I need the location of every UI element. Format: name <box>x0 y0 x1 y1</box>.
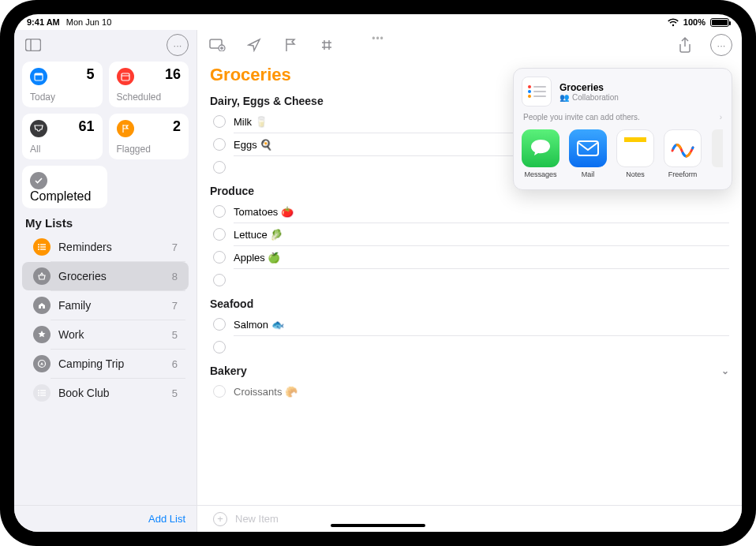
reminder-blank-row[interactable] <box>197 336 742 358</box>
complete-toggle[interactable] <box>213 274 226 286</box>
complete-toggle[interactable] <box>213 138 226 151</box>
chevron-down-icon[interactable]: ⌄ <box>721 365 729 376</box>
sidebar: ··· 5 Today 16 Sch <box>14 30 197 532</box>
section-header[interactable]: Seafood <box>197 291 742 313</box>
list-row-family[interactable]: Family 7 <box>22 291 189 320</box>
complete-toggle[interactable] <box>213 318 226 331</box>
tag-button[interactable] <box>316 34 338 56</box>
share-app-notes[interactable]: Notes <box>616 129 654 178</box>
share-app-freeform[interactable]: Freeform <box>664 129 702 178</box>
reminder-item[interactable]: Tomatoes 🍅 <box>197 200 742 223</box>
reminder-label: Eggs 🍳 <box>234 139 272 151</box>
new-section-button[interactable] <box>207 34 229 56</box>
sidebar-toggle-button[interactable] <box>22 34 44 56</box>
section-heading-label: Produce <box>210 185 254 197</box>
reminder-blank-row[interactable] <box>197 269 742 291</box>
complete-toggle[interactable] <box>213 161 226 174</box>
smartlist-count: 61 <box>78 118 94 135</box>
reminder-item[interactable]: Apples 🍏 <box>197 246 742 268</box>
complete-toggle[interactable] <box>213 115 226 128</box>
smartlist-count: 2 <box>173 118 181 135</box>
complete-toggle[interactable] <box>213 205 226 218</box>
share-app-label: Notes <box>626 170 645 178</box>
list-bullet-icon <box>33 238 51 256</box>
svg-rect-14 <box>40 390 46 391</box>
share-app-more[interactable] <box>711 129 724 178</box>
list-thumbnail-icon <box>522 77 552 107</box>
smart-lists-grid: 5 Today 16 Scheduled 61 <box>14 57 196 159</box>
location-button[interactable] <box>243 34 265 56</box>
add-item-icon[interactable]: + <box>213 512 227 526</box>
share-app-label: Messages <box>524 170 556 178</box>
list-bullet-icon <box>33 384 51 402</box>
flag-button[interactable] <box>279 34 301 56</box>
svg-rect-4 <box>122 73 129 80</box>
reminder-label: Tomatoes 🍅 <box>234 206 294 218</box>
list-row-groceries[interactable]: Groceries 8 <box>22 262 189 290</box>
section-header[interactable]: Bakery ⌄ <box>197 358 742 380</box>
share-button[interactable] <box>674 34 696 56</box>
share-header[interactable]: Groceries 👥Collaboration <box>522 77 724 107</box>
statusbar: 9:41 AM Mon Jun 10 100% <box>14 14 742 30</box>
complete-toggle[interactable] <box>213 251 226 264</box>
house-icon <box>33 297 51 314</box>
share-apps-row: Messages Mail Notes <box>522 129 724 178</box>
reminders-app: ··· 5 Today 16 Sch <box>14 30 742 532</box>
smartlist-label: Today <box>30 92 55 103</box>
section-heading-label: Dairy, Eggs & Cheese <box>210 95 324 107</box>
wifi-icon <box>668 18 679 27</box>
list-name: Work <box>58 328 164 341</box>
statusbar-date: Mon Jun 10 <box>66 17 111 27</box>
list-name: Reminders <box>58 241 164 253</box>
chevron-right-icon: › <box>720 113 722 122</box>
screen: 9:41 AM Mon Jun 10 100% ••• ··· <box>14 14 742 532</box>
share-app-label: Mail <box>582 170 595 178</box>
smartlist-all[interactable]: 61 All <box>22 114 103 159</box>
new-item-placeholder: New Item <box>235 513 279 525</box>
new-item-row[interactable]: + New Item <box>197 505 742 532</box>
share-app-messages[interactable]: Messages <box>522 129 560 178</box>
list-name: Book Club <box>58 387 164 399</box>
reminder-item[interactable]: Lettuce 🥬 <box>197 223 742 245</box>
sidebar-more-button[interactable]: ··· <box>167 34 189 56</box>
list-row-camping-trip[interactable]: Camping Trip 6 <box>22 350 189 378</box>
list-row-book-club[interactable]: Book Club 5 <box>22 379 189 407</box>
home-indicator[interactable] <box>331 524 425 527</box>
smartlist-today[interactable]: 5 Today <box>22 62 103 107</box>
smartlist-label: Flagged <box>117 144 151 155</box>
list-count: 7 <box>172 241 178 253</box>
reminder-item[interactable]: Croissants 🥐 <box>197 380 742 402</box>
svg-rect-11 <box>40 249 46 249</box>
notes-app-icon <box>616 129 654 167</box>
smartlist-flagged[interactable]: 2 Flagged <box>109 114 189 159</box>
complete-toggle[interactable] <box>213 341 226 353</box>
list-count: 7 <box>172 300 178 312</box>
list-row-reminders[interactable]: Reminders 7 <box>22 233 189 261</box>
add-list-button[interactable]: Add List <box>148 513 185 525</box>
smartlist-count: 5 <box>86 66 94 83</box>
complete-toggle[interactable] <box>213 385 226 398</box>
smartlist-scheduled[interactable]: 16 Scheduled <box>109 62 189 107</box>
section-heading-label: Seafood <box>210 297 253 310</box>
detail-more-button[interactable]: ··· <box>710 34 732 56</box>
list-count: 5 <box>172 329 178 341</box>
share-permissions-row[interactable]: People you invite can add others. › <box>522 107 724 129</box>
list-row-work[interactable]: Work 5 <box>22 320 189 349</box>
inbox-icon <box>30 120 47 137</box>
svg-point-6 <box>38 244 39 245</box>
smartlist-label: Scheduled <box>117 92 162 103</box>
mail-app-icon <box>569 129 607 167</box>
list-name: Family <box>58 299 164 312</box>
share-title: Groceries <box>560 82 619 93</box>
share-app-mail[interactable]: Mail <box>569 129 607 178</box>
svg-point-17 <box>38 395 39 396</box>
complete-toggle[interactable] <box>213 228 226 241</box>
freeform-app-icon <box>664 129 702 167</box>
smartlist-completed[interactable]: Completed <box>22 166 107 208</box>
svg-rect-21 <box>578 141 598 155</box>
reminder-label: Milk 🥛 <box>234 116 268 128</box>
list-count: 6 <box>172 358 178 370</box>
list-count: 8 <box>172 271 178 282</box>
reminder-item[interactable]: Salmon 🐟 <box>197 313 742 335</box>
svg-rect-0 <box>26 39 41 51</box>
